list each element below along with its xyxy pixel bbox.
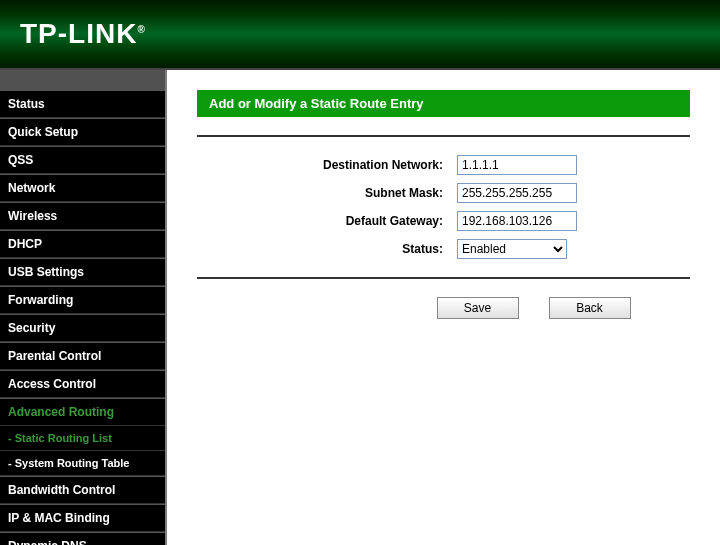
status-select[interactable]: Enabled <box>457 239 567 259</box>
sidebar-item-advanced-routing[interactable]: Advanced Routing <box>0 398 165 426</box>
button-row: Save Back <box>197 297 690 319</box>
sidebar-item-qss[interactable]: QSS <box>0 146 165 174</box>
header: TP-LINK® <box>0 0 720 70</box>
sidebar-item-wireless[interactable]: Wireless <box>0 202 165 230</box>
subnet-label: Subnet Mask: <box>197 186 457 200</box>
sidebar: StatusQuick SetupQSSNetworkWirelessDHCPU… <box>0 70 165 545</box>
status-label: Status: <box>197 242 457 256</box>
row-destination: Destination Network: <box>197 155 690 175</box>
sidebar-item-network[interactable]: Network <box>0 174 165 202</box>
sidebar-item-system-routing-table[interactable]: - System Routing Table <box>0 451 165 476</box>
sidebar-item-security[interactable]: Security <box>0 314 165 342</box>
row-subnet: Subnet Mask: <box>197 183 690 203</box>
sidebar-item-static-routing-list[interactable]: - Static Routing List <box>0 426 165 451</box>
container: StatusQuick SetupQSSNetworkWirelessDHCPU… <box>0 70 720 545</box>
gateway-input[interactable] <box>457 211 577 231</box>
row-gateway: Default Gateway: <box>197 211 690 231</box>
sidebar-item-forwarding[interactable]: Forwarding <box>0 286 165 314</box>
destination-label: Destination Network: <box>197 158 457 172</box>
sidebar-item-ip-mac-binding[interactable]: IP & MAC Binding <box>0 504 165 532</box>
sidebar-item-bandwidth-control[interactable]: Bandwidth Control <box>0 476 165 504</box>
separator-bottom <box>197 277 690 279</box>
sidebar-item-usb-settings[interactable]: USB Settings <box>0 258 165 286</box>
sidebar-item-dynamic-dns[interactable]: Dynamic DNS <box>0 532 165 545</box>
gateway-label: Default Gateway: <box>197 214 457 228</box>
subnet-input[interactable] <box>457 183 577 203</box>
sidebar-item-quick-setup[interactable]: Quick Setup <box>0 118 165 146</box>
brand-text: TP-LINK <box>20 18 137 49</box>
main-content: Add or Modify a Static Route Entry Desti… <box>165 70 720 545</box>
destination-input[interactable] <box>457 155 577 175</box>
brand-logo: TP-LINK® <box>20 18 146 50</box>
brand-sup: ® <box>137 24 145 35</box>
sidebar-item-access-control[interactable]: Access Control <box>0 370 165 398</box>
sidebar-item-parental-control[interactable]: Parental Control <box>0 342 165 370</box>
save-button[interactable]: Save <box>437 297 519 319</box>
sidebar-item-dhcp[interactable]: DHCP <box>0 230 165 258</box>
page-title: Add or Modify a Static Route Entry <box>197 90 690 117</box>
separator-top <box>197 135 690 137</box>
form: Destination Network: Subnet Mask: Defaul… <box>197 155 690 259</box>
row-status: Status: Enabled <box>197 239 690 259</box>
sidebar-item-status[interactable]: Status <box>0 90 165 118</box>
back-button[interactable]: Back <box>549 297 631 319</box>
